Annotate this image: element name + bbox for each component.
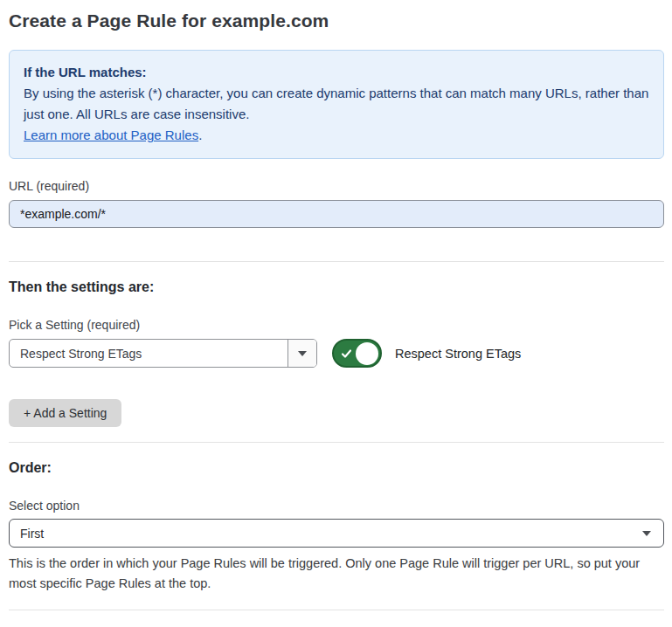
section-divider	[9, 261, 664, 262]
add-setting-button[interactable]: + Add a Setting	[9, 399, 121, 427]
create-page-rule-panel: Create a Page Rule for example.com If th…	[0, 0, 672, 627]
toggle-label: Respect Strong ETags	[395, 347, 521, 361]
page-title: Create a Page Rule for example.com	[9, 10, 664, 31]
info-box-heading: If the URL matches:	[24, 62, 649, 83]
link-suffix: .	[198, 127, 202, 142]
section-divider	[9, 610, 664, 610]
setting-dropdown-value: Respect Strong ETags	[10, 340, 288, 367]
chevron-down-icon	[298, 351, 307, 356]
chevron-down-icon	[642, 531, 651, 536]
url-field-label: URL (required)	[9, 179, 664, 193]
order-section-heading: Order:	[9, 460, 664, 476]
pick-setting-label: Pick a Setting (required)	[9, 318, 664, 332]
url-input[interactable]	[9, 200, 664, 228]
learn-more-link[interactable]: Learn more about Page Rules	[24, 127, 198, 142]
order-select[interactable]: First	[9, 519, 664, 548]
setting-row: Respect Strong ETags Respect Strong ETag…	[9, 339, 664, 368]
setting-toggle[interactable]	[332, 339, 382, 368]
check-icon	[341, 348, 352, 359]
order-help-text: This is the order in which your Page Rul…	[9, 554, 664, 594]
order-select-value: First	[20, 527, 642, 541]
info-box-link-line: Learn more about Page Rules.	[24, 125, 649, 146]
setting-dropdown-caret-button[interactable]	[288, 340, 316, 367]
section-divider	[9, 442, 664, 443]
url-match-info-box: If the URL matches: By using the asteris…	[9, 50, 664, 159]
info-box-body: By using the asterisk (*) character, you…	[24, 83, 649, 125]
toggle-knob	[356, 342, 378, 365]
setting-dropdown[interactable]: Respect Strong ETags	[9, 339, 317, 368]
select-option-label: Select option	[9, 499, 664, 513]
settings-section-heading: Then the settings are:	[9, 279, 664, 295]
